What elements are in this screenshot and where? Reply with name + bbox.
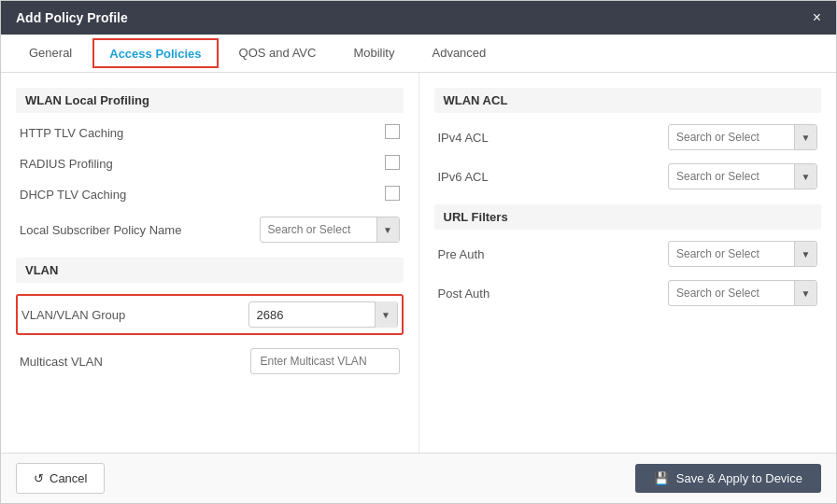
- pre-auth-select[interactable]: ▼: [668, 241, 817, 267]
- modal-title: Add Policy Profile: [16, 10, 128, 25]
- tab-advanced[interactable]: Advanced: [413, 35, 504, 73]
- ipv4-acl-label: IPv4 ACL: [438, 131, 669, 145]
- dhcp-tlv-row: DHCP TLV Caching: [16, 186, 404, 203]
- modal: Add Policy Profile × General Access Poli…: [0, 0, 837, 504]
- ipv6-acl-arrow[interactable]: ▼: [794, 163, 816, 189]
- url-filters-title: URL Filters: [434, 204, 822, 230]
- multicast-vlan-input[interactable]: [250, 348, 400, 374]
- ipv4-acl-input[interactable]: [669, 131, 794, 144]
- post-auth-input[interactable]: [669, 287, 794, 300]
- vlan-group-value: 2686: [249, 308, 375, 322]
- vlan-group-row: VLAN/VLAN Group 2686 ▼: [16, 294, 404, 335]
- post-auth-label: Post Auth: [438, 287, 669, 301]
- post-auth-arrow[interactable]: ▼: [794, 280, 816, 306]
- ipv4-acl-select[interactable]: ▼: [668, 124, 817, 150]
- pre-auth-label: Pre Auth: [438, 247, 669, 261]
- tab-bar: General Access Policies QOS and AVC Mobi…: [1, 35, 836, 73]
- vlan-group-arrow[interactable]: ▼: [375, 301, 397, 328]
- tab-mobility[interactable]: Mobility: [334, 35, 413, 73]
- ipv4-acl-arrow[interactable]: ▼: [794, 124, 816, 150]
- tab-general[interactable]: General: [10, 35, 91, 73]
- pre-auth-arrow[interactable]: ▼: [794, 241, 816, 267]
- cancel-icon: ↺: [34, 471, 44, 485]
- cancel-button[interactable]: ↺ Cancel: [16, 463, 105, 494]
- local-subscriber-row: Local Subscriber Policy Name ▼: [16, 217, 404, 243]
- save-icon: 💾: [654, 471, 669, 485]
- radius-profiling-checkbox[interactable]: [385, 155, 400, 170]
- ipv6-acl-label: IPv6 ACL: [438, 170, 669, 184]
- content-area: WLAN Local Profiling HTTP TLV Caching RA…: [1, 73, 836, 453]
- local-subscriber-select[interactable]: ▼: [260, 217, 400, 243]
- post-auth-row: Post Auth ▼: [434, 280, 822, 306]
- wlan-profiling-title: WLAN Local Profiling: [16, 88, 404, 113]
- modal-header: Add Policy Profile ×: [1, 1, 836, 35]
- http-tlv-row: HTTP TLV Caching: [16, 124, 404, 142]
- multicast-vlan-label: Multicast VLAN: [20, 355, 250, 369]
- pre-auth-input[interactable]: [669, 247, 794, 260]
- save-button[interactable]: 💾 Save & Apply to Device: [635, 464, 821, 493]
- close-button[interactable]: ×: [813, 10, 821, 25]
- dhcp-tlv-label: DHCP TLV Caching: [20, 188, 385, 202]
- pre-auth-row: Pre Auth ▼: [434, 241, 822, 267]
- local-subscriber-arrow[interactable]: ▼: [376, 217, 399, 243]
- vlan-group-select[interactable]: 2686 ▼: [248, 301, 398, 328]
- tab-access-policies[interactable]: Access Policies: [92, 38, 218, 68]
- multicast-vlan-row: Multicast VLAN: [16, 348, 404, 374]
- http-tlv-label: HTTP TLV Caching: [20, 126, 385, 140]
- wlan-acl-title: WLAN ACL: [434, 88, 822, 113]
- modal-footer: ↺ Cancel 💾 Save & Apply to Device: [1, 453, 836, 503]
- left-panel: WLAN Local Profiling HTTP TLV Caching RA…: [1, 73, 419, 453]
- vlan-group-label: VLAN/VLAN Group: [21, 308, 248, 322]
- ipv6-acl-select[interactable]: ▼: [668, 163, 817, 189]
- http-tlv-checkbox[interactable]: [385, 124, 400, 139]
- right-panel: WLAN ACL IPv4 ACL ▼ IPv6 ACL ▼ URL Filte…: [419, 73, 837, 453]
- local-subscriber-input[interactable]: [261, 223, 376, 236]
- local-subscriber-label: Local Subscriber Policy Name: [20, 223, 260, 237]
- ipv6-acl-input[interactable]: [669, 170, 794, 183]
- vlan-section: VLAN VLAN/VLAN Group 2686 ▼ Multicast VL…: [16, 258, 404, 374]
- cancel-label: Cancel: [50, 471, 87, 485]
- ipv6-acl-row: IPv6 ACL ▼: [434, 163, 822, 189]
- tab-qos-avc[interactable]: QOS and AVC: [220, 35, 335, 73]
- post-auth-select[interactable]: ▼: [668, 280, 817, 306]
- save-label: Save & Apply to Device: [676, 471, 802, 485]
- dhcp-tlv-checkbox[interactable]: [385, 186, 400, 201]
- radius-profiling-label: RADIUS Profiling: [20, 157, 385, 171]
- ipv4-acl-row: IPv4 ACL ▼: [434, 124, 822, 150]
- radius-profiling-row: RADIUS Profiling: [16, 155, 404, 173]
- vlan-section-title: VLAN: [16, 258, 404, 283]
